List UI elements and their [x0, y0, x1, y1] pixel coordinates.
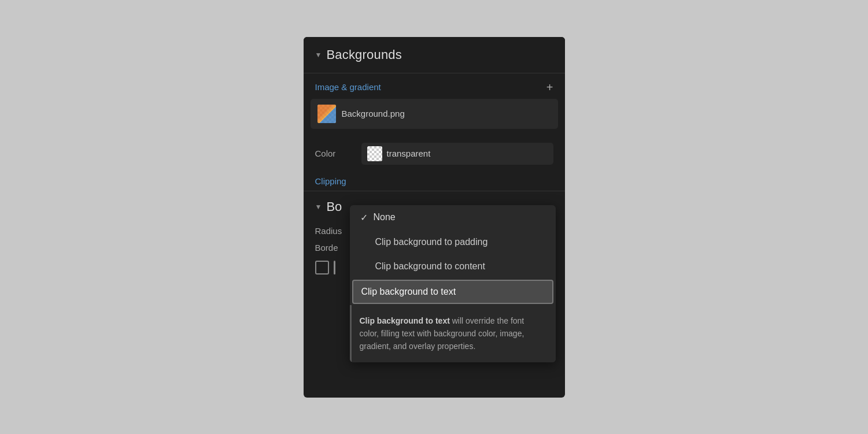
backgrounds-panel: ▼ Backgrounds Image & gradient + Backgro…	[304, 37, 565, 398]
border-square-icon	[315, 261, 329, 275]
clipping-label[interactable]: Clipping	[315, 176, 346, 186]
dropdown-item-text[interactable]: Clip background to text	[352, 280, 553, 304]
subsection-label[interactable]: Image & gradient	[315, 82, 381, 92]
dropdown-item-content-label: Clip background to content	[375, 261, 485, 272]
subsection-header: Image & gradient +	[304, 73, 565, 99]
border-label: Borde	[315, 243, 338, 253]
bg-image-row[interactable]: Background.png	[311, 99, 558, 129]
section-header: ▼ Backgrounds	[304, 37, 565, 73]
color-row: Color transparent	[304, 138, 565, 169]
dropdown-item-padding[interactable]: Clip background to padding	[350, 230, 556, 254]
bg-image-thumbnail	[317, 105, 336, 123]
check-icon: ✓	[360, 212, 368, 223]
bg-image-name: Background.png	[342, 109, 405, 118]
dropdown-item-content[interactable]: Clip background to content	[350, 254, 556, 279]
color-swatch	[367, 146, 382, 161]
chevron-down-icon: ▼	[315, 51, 322, 59]
add-button[interactable]: +	[546, 81, 553, 93]
dropdown-item-none-label: None	[374, 212, 396, 222]
radius-label: Radius	[315, 226, 342, 236]
dropdown-item-text-label: Clip background to text	[361, 287, 456, 297]
bo-chevron-icon: ▼	[315, 203, 322, 211]
bo-title: Bo	[326, 199, 342, 214]
dropdown-item-padding-label: Clip background to padding	[375, 237, 488, 247]
tooltip-box: Clip background to text will override th…	[350, 305, 556, 362]
color-swatch-container[interactable]: transparent	[361, 143, 553, 165]
clipping-row: Clipping ✓ None Clip background to paddi…	[304, 172, 565, 191]
border-line-icon	[334, 261, 335, 275]
clipping-dropdown[interactable]: ✓ None Clip background to padding Clip b…	[350, 205, 556, 362]
section-title: Backgrounds	[326, 47, 402, 62]
color-value: transparent	[387, 149, 431, 158]
color-label: Color	[315, 149, 361, 158]
tooltip-bold: Clip background to text	[360, 316, 450, 325]
dropdown-item-none[interactable]: ✓ None	[350, 205, 556, 230]
